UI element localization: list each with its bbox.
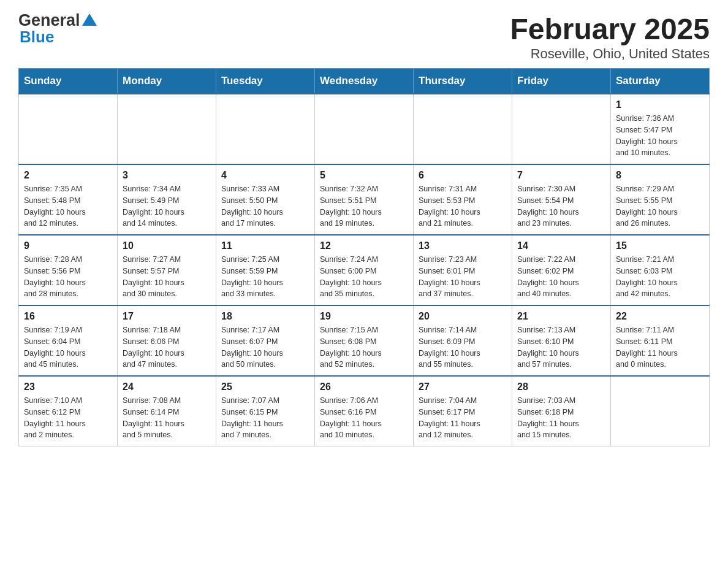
day-number: 24: [123, 381, 211, 393]
day-info: Sunrise: 7:08 AM Sunset: 6:14 PM Dayligh…: [123, 395, 211, 441]
page-title: February 2025: [510, 12, 710, 46]
calendar-day-cell: [315, 94, 414, 164]
calendar-day-cell: 26Sunrise: 7:06 AM Sunset: 6:16 PM Dayli…: [315, 376, 414, 446]
calendar-week-1: 1Sunrise: 7:36 AM Sunset: 5:47 PM Daylig…: [19, 94, 710, 164]
day-number: 27: [419, 381, 507, 393]
day-info: Sunrise: 7:32 AM Sunset: 5:51 PM Dayligh…: [320, 183, 408, 229]
day-info: Sunrise: 7:15 AM Sunset: 6:08 PM Dayligh…: [320, 324, 408, 370]
day-info: Sunrise: 7:10 AM Sunset: 6:12 PM Dayligh…: [24, 395, 112, 441]
day-number: 19: [320, 311, 408, 322]
day-info: Sunrise: 7:35 AM Sunset: 5:48 PM Dayligh…: [24, 183, 112, 229]
calendar-day-cell: [118, 94, 216, 164]
calendar-day-cell: 9Sunrise: 7:28 AM Sunset: 5:56 PM Daylig…: [19, 235, 118, 305]
day-info: Sunrise: 7:34 AM Sunset: 5:49 PM Dayligh…: [123, 183, 211, 229]
logo-blue-text: Blue: [20, 29, 97, 45]
calendar-header-friday: Friday: [512, 69, 611, 94]
calendar-day-cell: 24Sunrise: 7:08 AM Sunset: 6:14 PM Dayli…: [118, 376, 216, 446]
calendar-day-cell: 5Sunrise: 7:32 AM Sunset: 5:51 PM Daylig…: [315, 164, 414, 235]
calendar-day-cell: [19, 94, 118, 164]
calendar-day-cell: [414, 94, 512, 164]
day-info: Sunrise: 7:22 AM Sunset: 6:02 PM Dayligh…: [517, 254, 605, 300]
logo-triangle-icon: [82, 13, 97, 26]
day-info: Sunrise: 7:33 AM Sunset: 5:50 PM Dayligh…: [221, 183, 309, 229]
calendar-day-cell: 3Sunrise: 7:34 AM Sunset: 5:49 PM Daylig…: [118, 164, 216, 235]
day-number: 1: [616, 99, 704, 110]
day-number: 23: [24, 381, 112, 393]
day-info: Sunrise: 7:13 AM Sunset: 6:10 PM Dayligh…: [517, 324, 605, 370]
day-number: 8: [616, 170, 704, 181]
day-info: Sunrise: 7:11 AM Sunset: 6:11 PM Dayligh…: [616, 324, 704, 370]
calendar-day-cell: 10Sunrise: 7:27 AM Sunset: 5:57 PM Dayli…: [118, 235, 216, 305]
day-info: Sunrise: 7:17 AM Sunset: 6:07 PM Dayligh…: [221, 324, 309, 370]
title-block: February 2025 Roseville, Ohio, United St…: [510, 12, 710, 62]
day-number: 4: [221, 170, 309, 181]
calendar-week-2: 2Sunrise: 7:35 AM Sunset: 5:48 PM Daylig…: [19, 164, 710, 235]
day-info: Sunrise: 7:27 AM Sunset: 5:57 PM Dayligh…: [123, 254, 211, 300]
day-number: 15: [616, 240, 704, 251]
calendar-day-cell: [512, 94, 611, 164]
calendar-day-cell: 4Sunrise: 7:33 AM Sunset: 5:50 PM Daylig…: [216, 164, 315, 235]
calendar-header-thursday: Thursday: [414, 69, 512, 94]
calendar-table: SundayMondayTuesdayWednesdayThursdayFrid…: [18, 68, 710, 446]
calendar-day-cell: 22Sunrise: 7:11 AM Sunset: 6:11 PM Dayli…: [611, 305, 710, 376]
day-number: 16: [24, 311, 112, 322]
calendar-day-cell: 21Sunrise: 7:13 AM Sunset: 6:10 PM Dayli…: [512, 305, 611, 376]
day-number: 3: [123, 170, 211, 181]
calendar-day-cell: 19Sunrise: 7:15 AM Sunset: 6:08 PM Dayli…: [315, 305, 414, 376]
calendar-day-cell: 14Sunrise: 7:22 AM Sunset: 6:02 PM Dayli…: [512, 235, 611, 305]
calendar-day-cell: 6Sunrise: 7:31 AM Sunset: 5:53 PM Daylig…: [414, 164, 512, 235]
page-header: General Blue February 2025 Roseville, Oh…: [18, 12, 710, 62]
calendar-day-cell: 16Sunrise: 7:19 AM Sunset: 6:04 PM Dayli…: [19, 305, 118, 376]
calendar-day-cell: 28Sunrise: 7:03 AM Sunset: 6:18 PM Dayli…: [512, 376, 611, 446]
calendar-header-tuesday: Tuesday: [216, 69, 315, 94]
calendar-day-cell: [611, 376, 710, 446]
calendar-header-row: SundayMondayTuesdayWednesdayThursdayFrid…: [19, 69, 710, 94]
calendar-day-cell: 8Sunrise: 7:29 AM Sunset: 5:55 PM Daylig…: [611, 164, 710, 235]
page-subtitle: Roseville, Ohio, United States: [510, 46, 710, 62]
day-number: 26: [320, 381, 408, 393]
calendar-header-sunday: Sunday: [19, 69, 118, 94]
calendar-header-saturday: Saturday: [611, 69, 710, 94]
logo-general-text: General: [18, 12, 80, 29]
day-number: 7: [517, 170, 605, 181]
day-number: 5: [320, 170, 408, 181]
day-info: Sunrise: 7:28 AM Sunset: 5:56 PM Dayligh…: [24, 254, 112, 300]
day-number: 20: [419, 311, 507, 322]
day-number: 21: [517, 311, 605, 322]
calendar-header-wednesday: Wednesday: [315, 69, 414, 94]
logo: General Blue: [18, 12, 97, 45]
day-info: Sunrise: 7:24 AM Sunset: 6:00 PM Dayligh…: [320, 254, 408, 300]
day-info: Sunrise: 7:36 AM Sunset: 5:47 PM Dayligh…: [616, 113, 704, 159]
day-number: 18: [221, 311, 309, 322]
calendar-day-cell: 11Sunrise: 7:25 AM Sunset: 5:59 PM Dayli…: [216, 235, 315, 305]
day-number: 25: [221, 381, 309, 393]
day-number: 10: [123, 240, 211, 251]
day-info: Sunrise: 7:31 AM Sunset: 5:53 PM Dayligh…: [419, 183, 507, 229]
day-info: Sunrise: 7:29 AM Sunset: 5:55 PM Dayligh…: [616, 183, 704, 229]
day-info: Sunrise: 7:25 AM Sunset: 5:59 PM Dayligh…: [221, 254, 309, 300]
calendar-day-cell: 13Sunrise: 7:23 AM Sunset: 6:01 PM Dayli…: [414, 235, 512, 305]
calendar-day-cell: 17Sunrise: 7:18 AM Sunset: 6:06 PM Dayli…: [118, 305, 216, 376]
calendar-header-monday: Monday: [118, 69, 216, 94]
calendar-day-cell: 25Sunrise: 7:07 AM Sunset: 6:15 PM Dayli…: [216, 376, 315, 446]
day-info: Sunrise: 7:19 AM Sunset: 6:04 PM Dayligh…: [24, 324, 112, 370]
calendar-week-4: 16Sunrise: 7:19 AM Sunset: 6:04 PM Dayli…: [19, 305, 710, 376]
calendar-day-cell: 20Sunrise: 7:14 AM Sunset: 6:09 PM Dayli…: [414, 305, 512, 376]
day-number: 12: [320, 240, 408, 251]
day-number: 9: [24, 240, 112, 251]
calendar-week-5: 23Sunrise: 7:10 AM Sunset: 6:12 PM Dayli…: [19, 376, 710, 446]
day-number: 13: [419, 240, 507, 251]
calendar-day-cell: [216, 94, 315, 164]
calendar-day-cell: 12Sunrise: 7:24 AM Sunset: 6:00 PM Dayli…: [315, 235, 414, 305]
day-info: Sunrise: 7:18 AM Sunset: 6:06 PM Dayligh…: [123, 324, 211, 370]
day-info: Sunrise: 7:04 AM Sunset: 6:17 PM Dayligh…: [419, 395, 507, 441]
day-number: 17: [123, 311, 211, 322]
calendar-day-cell: 15Sunrise: 7:21 AM Sunset: 6:03 PM Dayli…: [611, 235, 710, 305]
day-number: 14: [517, 240, 605, 251]
day-info: Sunrise: 7:21 AM Sunset: 6:03 PM Dayligh…: [616, 254, 704, 300]
day-info: Sunrise: 7:06 AM Sunset: 6:16 PM Dayligh…: [320, 395, 408, 441]
day-info: Sunrise: 7:03 AM Sunset: 6:18 PM Dayligh…: [517, 395, 605, 441]
day-info: Sunrise: 7:23 AM Sunset: 6:01 PM Dayligh…: [419, 254, 507, 300]
day-number: 11: [221, 240, 309, 251]
day-info: Sunrise: 7:07 AM Sunset: 6:15 PM Dayligh…: [221, 395, 309, 441]
